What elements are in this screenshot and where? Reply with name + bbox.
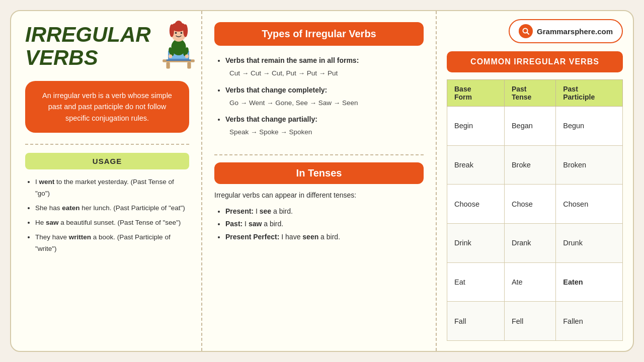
list-item: Present: I see a bird. [225, 205, 424, 218]
past-tense: Fell [504, 302, 555, 341]
table-row: Drink Drank Drunk [447, 223, 623, 262]
svg-point-17 [175, 32, 177, 34]
middle-divider [214, 154, 424, 155]
past-tense: Broke [504, 145, 555, 185]
base-form: Break [447, 145, 505, 185]
list-item: Verbs that change partially: Speak → Spo… [225, 114, 424, 138]
list-item: Verbs that remain the same in all forms:… [225, 55, 424, 79]
svg-point-18 [180, 32, 182, 34]
table-body: Begin Began Begun Break Broke Broken Cho… [447, 107, 623, 341]
title-text: IRREGULAR VERBS [25, 23, 151, 69]
main-layout: IRREGULAR VERBS [11, 11, 633, 351]
usage-label: USAGE [25, 153, 189, 169]
svg-point-10 [185, 54, 188, 58]
types-header-text: Types of Irregular Verbs [262, 28, 376, 39]
svg-line-20 [527, 33, 529, 35]
past-participle: Fallen [556, 302, 623, 341]
past-participle: Chosen [556, 185, 623, 224]
svg-point-15 [183, 24, 188, 37]
col-past-participle: PastParticiple [556, 80, 623, 107]
svg-rect-2 [187, 62, 191, 69]
tenses-header: In Tenses [214, 162, 424, 184]
col-past-tense: PastTense [504, 80, 555, 107]
col-base-form: BaseForm [447, 80, 505, 107]
table-row: Fall Fell Fallen [447, 302, 623, 341]
past-tense: Began [504, 107, 555, 146]
tenses-header-text: In Tenses [296, 167, 342, 178]
table-header-row: BaseForm PastTense PastParticiple [447, 80, 623, 107]
svg-rect-5 [166, 59, 191, 61]
verbs-table: BaseForm PastTense PastParticiple Begin … [447, 79, 623, 341]
types-example: Cut → Cut → Cut, Put → Put → Put [225, 68, 424, 79]
types-list: Verbs that remain the same in all forms:… [214, 55, 424, 143]
base-form: Eat [447, 262, 505, 302]
svg-point-14 [169, 24, 174, 37]
definition-box: An irregular verb is a verb whose simple… [25, 81, 189, 133]
tenses-list: Present: I see a bird. Past: I saw a bir… [214, 205, 424, 243]
svg-rect-1 [166, 62, 170, 69]
list-item: They have written a book. (Past Particip… [35, 232, 189, 255]
table-row: Begin Began Begun [447, 107, 623, 146]
svg-point-16 [175, 21, 182, 28]
table-row: Break Broke Broken [447, 145, 623, 185]
tenses-intro: Irregular verbs can appear in different … [214, 191, 424, 199]
title-section: IRREGULAR VERBS [25, 23, 189, 71]
main-title: IRREGULAR VERBS [25, 23, 151, 69]
left-divider [25, 144, 189, 145]
past-tense: Chose [504, 185, 555, 224]
site-name: Grammarsphere.com [537, 27, 613, 36]
top-right-header: Grammarsphere.com [447, 19, 623, 43]
list-item: She has eaten her lunch. (Past Participl… [35, 203, 189, 214]
types-example: Speak → Spoke → Spoken [225, 127, 424, 138]
past-participle-eaten: Eaten [556, 262, 623, 302]
base-form: Choose [447, 185, 505, 224]
search-icon [519, 24, 533, 38]
middle-panel: Types of Irregular Verbs Verbs that rema… [202, 11, 437, 351]
table-header: BaseForm PastTense PastParticiple [447, 80, 623, 107]
character-illustration [156, 21, 201, 71]
table-row: Eat Ate Eaten [447, 262, 623, 302]
table-row: Choose Chose Chosen [447, 185, 623, 224]
usage-list: I went to the market yesterday. (Past Te… [25, 176, 189, 258]
base-form: Drink [447, 223, 505, 262]
past-participle: Drunk [556, 223, 623, 262]
base-form: Begin [447, 107, 505, 146]
base-form: Fall [447, 302, 505, 341]
right-panel: Grammarsphere.com COMMON IRREGULAR VERBS… [437, 11, 633, 351]
common-verbs-title: COMMON IRREGULAR VERBS [470, 57, 599, 66]
list-item: He saw a beautiful sunset. (Past Tense o… [35, 217, 189, 229]
list-item: I went to the market yesterday. (Past Te… [35, 176, 189, 200]
past-participle: Broken [556, 145, 623, 185]
past-tense: Ate [504, 262, 555, 302]
list-item: Verbs that change completely: Go → Went … [225, 84, 424, 109]
svg-point-9 [169, 54, 172, 58]
page-container: IRREGULAR VERBS [10, 10, 634, 352]
types-header: Types of Irregular Verbs [214, 22, 424, 46]
list-item: Present Perfect: I have seen a bird. [225, 231, 424, 243]
types-example: Go → Went → Gone, See → Saw → Seen [225, 98, 424, 109]
site-badge: Grammarsphere.com [509, 19, 623, 43]
common-verbs-header: COMMON IRREGULAR VERBS [447, 51, 623, 72]
past-tense: Drank [504, 223, 555, 262]
definition-text: An irregular verb is a verb whose simple… [42, 92, 172, 122]
list-item: Past: I saw a bird. [225, 218, 424, 230]
past-participle: Begun [556, 107, 623, 146]
left-panel: IRREGULAR VERBS [11, 11, 202, 351]
